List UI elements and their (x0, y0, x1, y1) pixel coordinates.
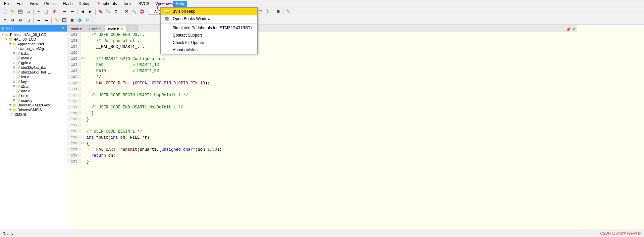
tb2-10[interactable]: 💠 (76, 17, 84, 24)
tree-item[interactable]: ▼Drivers/STM32G4xx... (1, 103, 66, 107)
code-editor[interactable]: 102 /* USER CODE END US...103 /* Periphe… (67, 32, 577, 230)
tree-item[interactable]: ⊞led.c (1, 75, 66, 79)
sep10 (283, 9, 283, 15)
file-icon (13, 47, 17, 51)
tab-more[interactable]: ... (127, 25, 138, 32)
tb2-8[interactable]: 🔲 (61, 17, 68, 24)
tree-item[interactable]: ⊞stm32g4xx_it.c (1, 65, 66, 70)
tree-item[interactable]: ▼Application/User (1, 42, 66, 46)
menu-file[interactable]: File (1, 1, 13, 7)
cfile-icon (16, 66, 20, 69)
tb2-2[interactable]: ⚙ (9, 17, 16, 24)
tb2-3[interactable]: ⚙ (17, 17, 24, 24)
tb2-1[interactable]: ⚙ (1, 17, 9, 24)
code-line: 111 (67, 87, 577, 93)
menu-help[interactable]: Help (173, 1, 187, 7)
tb-build-target[interactable]: ⚒ (123, 8, 130, 15)
help-dropdown[interactable]: 📖μVision Help📚Open Books WindowSimulated… (160, 7, 258, 54)
menu-peripherals[interactable]: Peripherals (94, 1, 120, 7)
tab-pin-icon[interactable]: 📌 (566, 27, 571, 32)
tree-item[interactable]: ⊞stm32g4xx_hal_... (1, 70, 66, 75)
tb-undo[interactable]: ↩ (61, 8, 68, 15)
tb2-4[interactable]: 📊 (24, 17, 32, 24)
tree-item[interactable]: ⊞gpio.c (1, 60, 66, 65)
menu-view[interactable]: View (27, 1, 41, 7)
dd-item-3[interactable]: Contact Support (161, 32, 257, 39)
tb-nav-fwd[interactable]: ▶ (87, 8, 94, 15)
menu-svcs[interactable]: SVCS (136, 1, 152, 7)
dd-item-5[interactable]: About μVision... (161, 46, 257, 54)
tb-save-all[interactable]: 🗂 (24, 8, 32, 15)
tb-bookmark[interactable]: 🔖 (97, 8, 104, 15)
dd-item-label: Check for Update (173, 40, 204, 45)
line-number: 102 (67, 32, 80, 37)
menu-flash[interactable]: Flash (60, 1, 75, 7)
tree-item[interactable]: ▼Project: HAL_06_LCD (1, 32, 66, 37)
tb2-6[interactable]: ➡ (43, 17, 50, 24)
dd-item-label: About μVision... (173, 48, 201, 52)
tb2-11[interactable]: 💎 (84, 17, 91, 24)
tree-item-label: rtc.c (21, 94, 28, 98)
tb-redo[interactable]: ↪ (68, 8, 76, 15)
tab-main-c[interactable]: main.c (67, 25, 85, 32)
tree-item[interactable]: CMSIS (1, 112, 66, 117)
tree-item[interactable]: ⊞rtc.c (1, 93, 66, 98)
tb-wrench[interactable]: 🔧 (285, 8, 292, 15)
sep5 (121, 9, 121, 15)
tb2-5[interactable]: ⬅ (35, 17, 42, 24)
toolbar-row-2: ⚙ ⚙ ⚙ 📊 ⬅ ➡ 📏 🔲 🔳 💠 💎 (0, 16, 644, 25)
tb-rebuild[interactable]: 🔨 (130, 8, 138, 15)
line-marker[interactable]: ⊟ (80, 141, 85, 145)
tb-ref[interactable]: ⚙ (112, 8, 120, 15)
tree-item[interactable]: startup_stm32g... (1, 46, 66, 51)
dd-item-2[interactable]: Simulated Peripherals for 'STM32G431RBTx… (161, 24, 257, 32)
line-marker[interactable]: ⊟ (80, 56, 85, 60)
tree-item[interactable]: ▼Drivers/CMSIS (1, 107, 66, 112)
tab-close-main-h[interactable]: ✕ (120, 27, 123, 31)
tree-item[interactable]: ⊞lcd.c (1, 51, 66, 56)
tb-nav-back[interactable]: ◀ (79, 8, 86, 15)
dd-item-4[interactable]: Check for Update (161, 39, 257, 46)
tb-stop[interactable]: ⛔ (138, 8, 146, 15)
tb-paste[interactable]: 📌 (50, 8, 58, 15)
tb2-9[interactable]: 🔳 (68, 17, 76, 24)
tree-item[interactable]: ⊞usart.c (1, 98, 66, 103)
menu-project[interactable]: Project (42, 1, 59, 7)
sidebar-close-icon[interactable]: ✕ (62, 26, 65, 31)
folder-icon (8, 38, 12, 41)
sep11 (33, 17, 34, 23)
code-line: 113 (67, 99, 577, 105)
tab-usart-c[interactable]: usart.c (86, 25, 104, 32)
tree-item[interactable]: ⊞main.c (1, 56, 66, 60)
tb-debug-run[interactable]: 🏃 (264, 8, 271, 15)
cfile-icon (16, 89, 20, 93)
tb-window-layout[interactable]: ⊞ (274, 8, 282, 15)
dd-item-0[interactable]: 📖μVision Help (161, 8, 257, 15)
tree-item[interactable]: ⊞dac.c (1, 89, 66, 93)
tree-item[interactable]: ⊞i2c.c (1, 84, 66, 89)
menu-window[interactable]: Window (153, 1, 172, 7)
dd-item-1[interactable]: 📚Open Books Window (161, 15, 257, 22)
tb-copy[interactable]: 📋 (43, 8, 50, 15)
tb-open[interactable]: 📂 (9, 8, 16, 15)
menu-edit[interactable]: Edit (14, 1, 26, 7)
tab-bar: main.c usart.c main.h ✕ ... 📌 ✕ (67, 25, 577, 32)
tree-item[interactable]: ▼HAL_06_LCD (1, 37, 66, 42)
tree-item[interactable]: ⊞key.c (1, 79, 66, 84)
tb-new[interactable]: 📄 (1, 8, 9, 15)
menu-debug[interactable]: Debug (76, 1, 93, 7)
code-line: 103 /* Peripheral cl... (67, 38, 577, 44)
tab-main-h[interactable]: main.h ✕ (104, 25, 127, 32)
tb-cut[interactable]: ✂ (35, 8, 42, 15)
code-line: 123} (67, 159, 577, 165)
menu-tools[interactable]: Tools (120, 1, 135, 7)
tb-save[interactable]: 💾 (17, 8, 24, 15)
cfile-icon (16, 70, 20, 74)
tb-search[interactable]: 🔍 (105, 8, 112, 15)
tab-panel-close-icon[interactable]: ✕ (572, 27, 576, 32)
tb2-7[interactable]: 📏 (53, 17, 60, 24)
code-line: 119int fputc(int ch, FILE *f) (67, 135, 577, 141)
line-number: 103 (67, 38, 80, 43)
tab-label-usart-c: usart.c (89, 27, 100, 31)
expand-icon: ⊞ (13, 99, 15, 102)
